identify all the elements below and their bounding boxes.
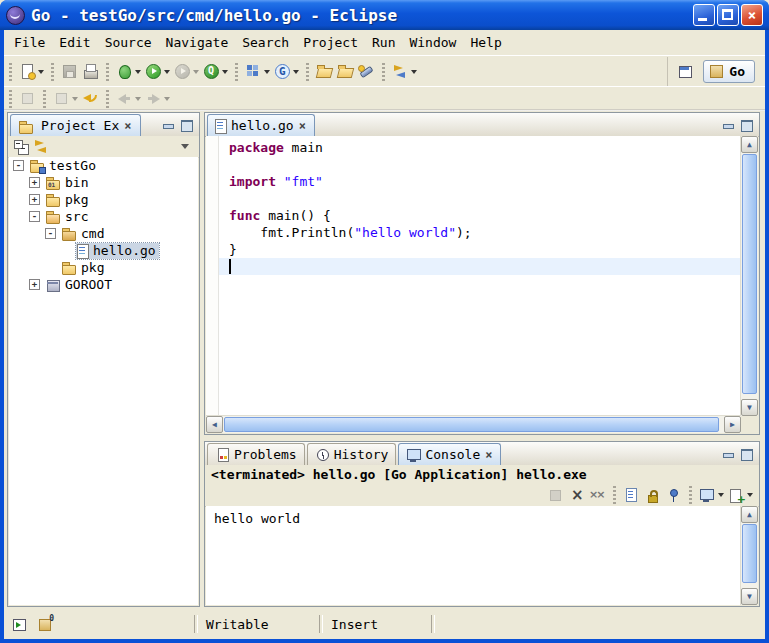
- run-button[interactable]: [143, 60, 172, 84]
- expand-expander-icon[interactable]: +: [29, 279, 40, 290]
- dropdown-arrow-icon[interactable]: [293, 70, 299, 74]
- dropdown-arrow-icon[interactable]: [222, 70, 228, 74]
- toolbar-grip[interactable]: [9, 90, 12, 108]
- toolbar-grip[interactable]: [306, 63, 309, 81]
- toolbar-grip[interactable]: [106, 63, 109, 81]
- scroll-down-button[interactable]: ▼: [741, 399, 758, 416]
- minimize-button[interactable]: [693, 4, 715, 26]
- last-edit-location-button[interactable]: [80, 87, 101, 111]
- maximize-button[interactable]: [717, 4, 739, 26]
- fast-view-icon[interactable]: [12, 616, 29, 633]
- link-with-editor-button[interactable]: [32, 135, 53, 159]
- scroll-up-button[interactable]: ▲: [741, 506, 758, 523]
- collapse-expander-icon[interactable]: -: [29, 211, 40, 222]
- minimize-view-button[interactable]: [720, 446, 738, 462]
- tree-item-src[interactable]: - src: [9, 208, 198, 225]
- back-button[interactable]: [114, 87, 143, 111]
- pin-console-button[interactable]: [663, 483, 684, 507]
- open-perspective-button[interactable]: [676, 60, 697, 84]
- next-annotation-button[interactable]: [51, 87, 80, 111]
- dropdown-arrow-icon[interactable]: [718, 493, 724, 497]
- editor-horizontal-scrollbar[interactable]: ◀ ▶: [206, 415, 741, 433]
- tree-item-bin[interactable]: + 01bin: [9, 174, 198, 191]
- new-wizard-button[interactable]: [17, 60, 46, 84]
- debug-button[interactable]: [114, 60, 143, 84]
- annotation-ruler[interactable]: [206, 136, 219, 416]
- dropdown-arrow-icon[interactable]: [264, 70, 270, 74]
- scrollbar-thumb[interactable]: [742, 154, 757, 394]
- team-sync-button[interactable]: [390, 60, 419, 84]
- close-icon[interactable]: ×: [298, 120, 307, 132]
- tree-item-hello-go[interactable]: hello.go: [9, 242, 198, 259]
- collapse-all-button[interactable]: [11, 135, 32, 159]
- scroll-lock-button[interactable]: [642, 483, 663, 507]
- dropdown-arrow-icon[interactable]: [747, 493, 753, 497]
- view-menu-button[interactable]: [175, 135, 196, 159]
- dropdown-arrow-icon[interactable]: [411, 70, 417, 74]
- menu-run[interactable]: Run: [366, 33, 401, 52]
- toolbar-grip[interactable]: [613, 486, 616, 504]
- tab-history[interactable]: History: [307, 443, 397, 465]
- tree-item-src-pkg[interactable]: pkg: [9, 259, 198, 276]
- dropdown-arrow-icon[interactable]: [164, 97, 170, 101]
- forward-button[interactable]: [143, 87, 172, 111]
- new-go-project-button[interactable]: [243, 60, 272, 84]
- expand-expander-icon[interactable]: +: [29, 194, 40, 205]
- menu-source[interactable]: Source: [99, 33, 158, 52]
- clear-console-button[interactable]: [621, 483, 642, 507]
- tree-item-goroot[interactable]: + GOROOT: [9, 276, 198, 293]
- editor-vertical-scrollbar[interactable]: ▲ ▼: [740, 136, 758, 416]
- dropdown-arrow-icon[interactable]: [38, 70, 44, 74]
- print-button[interactable]: [80, 60, 101, 84]
- toolbar-grip[interactable]: [51, 63, 54, 81]
- close-button[interactable]: ×: [741, 4, 763, 26]
- terminate-button[interactable]: [545, 483, 566, 507]
- pin-editor-button[interactable]: [17, 87, 38, 111]
- display-selected-console-button[interactable]: [697, 483, 726, 507]
- dropdown-arrow-icon[interactable]: [135, 97, 141, 101]
- menu-project[interactable]: Project: [297, 33, 364, 52]
- menu-navigate[interactable]: Navigate: [160, 33, 235, 52]
- go-perspective-button[interactable]: Go: [703, 60, 755, 83]
- maximize-view-button[interactable]: [738, 117, 756, 133]
- new-go-element-button[interactable]: [272, 60, 301, 84]
- scroll-up-button[interactable]: ▲: [741, 136, 758, 153]
- dropdown-arrow-icon[interactable]: [72, 97, 78, 101]
- menu-edit[interactable]: Edit: [53, 33, 96, 52]
- tree-item-cmd[interactable]: - cmd: [9, 225, 198, 242]
- close-icon[interactable]: ×: [484, 449, 493, 461]
- collapse-expander-icon[interactable]: -: [45, 228, 56, 239]
- toolbar-grip[interactable]: [106, 90, 109, 108]
- minimize-view-button[interactable]: [720, 117, 738, 133]
- maximize-view-button[interactable]: [178, 117, 196, 133]
- minimize-view-button[interactable]: [160, 117, 178, 133]
- expand-expander-icon[interactable]: +: [29, 177, 40, 188]
- scrollbar-thumb[interactable]: [224, 417, 719, 432]
- toolbar-grip[interactable]: [235, 63, 238, 81]
- toolbar-grip[interactable]: [9, 63, 12, 81]
- tree-item-testgo[interactable]: - testGo: [9, 157, 198, 174]
- maximize-view-button[interactable]: [738, 446, 756, 462]
- remove-launch-button[interactable]: [566, 483, 587, 507]
- toolbar-grip[interactable]: [689, 486, 692, 504]
- scroll-left-button[interactable]: ◀: [206, 416, 223, 433]
- scroll-right-button[interactable]: ▶: [724, 416, 741, 433]
- tab-problems[interactable]: Problems: [207, 443, 305, 465]
- menu-window[interactable]: Window: [403, 33, 462, 52]
- search-button[interactable]: [356, 60, 377, 84]
- trim-go-icon[interactable]: [37, 616, 54, 633]
- open-folder-button[interactable]: [314, 60, 335, 84]
- close-icon[interactable]: ×: [123, 120, 132, 132]
- menu-search[interactable]: Search: [236, 33, 295, 52]
- collapse-expander-icon[interactable]: -: [13, 160, 24, 171]
- toolbar-grip[interactable]: [382, 63, 385, 81]
- external-tools-button[interactable]: [201, 60, 230, 84]
- console-vertical-scrollbar[interactable]: ▲ ▼: [740, 506, 758, 605]
- import-button[interactable]: [335, 60, 356, 84]
- menu-help[interactable]: Help: [464, 33, 507, 52]
- dropdown-arrow-icon[interactable]: [135, 70, 141, 74]
- tab-hello-go[interactable]: hello.go ×: [207, 114, 315, 136]
- open-console-button[interactable]: [726, 483, 755, 507]
- menu-file[interactable]: File: [8, 33, 51, 52]
- toolbar-grip[interactable]: [43, 90, 46, 108]
